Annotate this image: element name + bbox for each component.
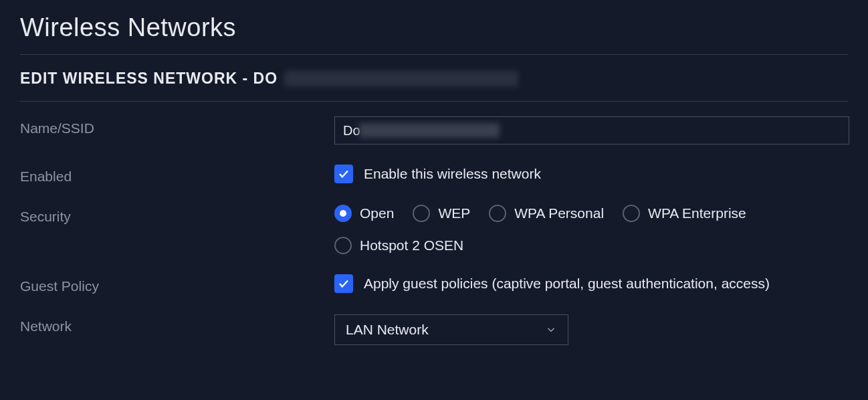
page-title: Wireless Networks bbox=[20, 13, 848, 42]
security-radio-open[interactable]: Open bbox=[334, 205, 394, 222]
security-radio-wpa-enterprise[interactable]: WPA Enterprise bbox=[623, 205, 746, 222]
security-radio-wep[interactable]: WEP bbox=[413, 205, 470, 222]
radio-icon bbox=[334, 205, 352, 222]
radio-icon bbox=[489, 205, 506, 222]
guest-policy-checkbox[interactable] bbox=[334, 274, 353, 293]
radio-label: Hotspot 2 OSEN bbox=[360, 237, 463, 254]
enable-network-checkbox-label: Enable this wireless network bbox=[364, 166, 541, 182]
name-ssid-input[interactable]: Do bbox=[334, 116, 849, 144]
radio-label: WEP bbox=[438, 205, 470, 221]
radio-icon bbox=[334, 237, 352, 254]
name-ssid-value-redacted bbox=[359, 123, 500, 138]
section-title-redacted bbox=[284, 71, 518, 87]
radio-label: WPA Enterprise bbox=[648, 205, 746, 221]
guest-policy-checkbox-label: Apply guest policies (captive portal, gu… bbox=[364, 276, 770, 292]
wireless-network-form: Name/SSID Do Enabled Enable this wireles… bbox=[20, 116, 848, 345]
section-title: EDIT WIRELESS NETWORK - DO bbox=[20, 70, 848, 88]
chevron-down-icon bbox=[545, 324, 557, 336]
enabled-label: Enabled bbox=[20, 165, 334, 185]
radio-label: Open bbox=[360, 205, 394, 221]
guest-policy-label: Guest Policy bbox=[20, 274, 334, 294]
divider bbox=[20, 54, 848, 55]
radio-icon bbox=[413, 205, 430, 222]
check-icon bbox=[338, 278, 350, 290]
enable-network-checkbox[interactable] bbox=[334, 165, 353, 183]
section-title-prefix: EDIT WIRELESS NETWORK - DO bbox=[20, 70, 278, 88]
security-radio-group: Open WEP WPA Personal WPA Enterprise Hot… bbox=[334, 205, 849, 254]
network-label: Network bbox=[20, 314, 334, 334]
security-label: Security bbox=[20, 205, 334, 225]
radio-icon bbox=[623, 205, 640, 222]
network-select-value: LAN Network bbox=[346, 322, 429, 338]
name-ssid-label: Name/SSID bbox=[20, 116, 334, 136]
name-ssid-value-prefix: Do bbox=[343, 123, 360, 138]
enabled-row: Enable this wireless network bbox=[334, 165, 849, 183]
network-select[interactable]: LAN Network bbox=[334, 314, 568, 345]
check-icon bbox=[338, 168, 350, 180]
guest-policy-row: Apply guest policies (captive portal, gu… bbox=[334, 274, 849, 293]
security-radio-hotspot2-osen[interactable]: Hotspot 2 OSEN bbox=[334, 237, 502, 254]
radio-label: WPA Personal bbox=[514, 205, 604, 221]
security-radio-wpa-personal[interactable]: WPA Personal bbox=[489, 205, 604, 222]
divider bbox=[20, 101, 848, 102]
